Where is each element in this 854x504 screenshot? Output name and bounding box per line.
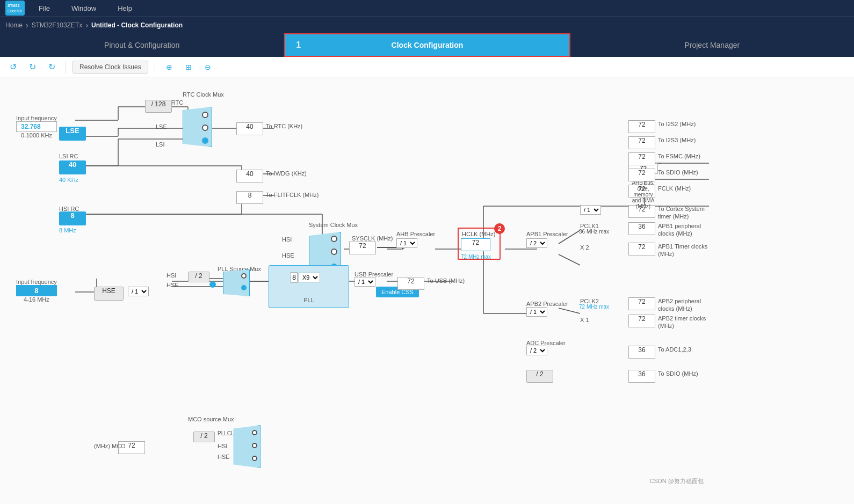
toolbar-separator2 bbox=[155, 61, 155, 74]
to-flitfclk-label: To FLITFCLK (MHz) bbox=[266, 191, 319, 199]
hsi-pll-label: HSI bbox=[167, 272, 176, 279]
to-fsmc-label: To FSMC (MHz) bbox=[658, 152, 700, 160]
hse-block[interactable]: HSE bbox=[94, 287, 124, 301]
tab-project[interactable]: Project Manager bbox=[570, 33, 854, 57]
ahb-prescaler-label: AHB Prescaler bbox=[396, 230, 435, 238]
refresh-button[interactable]: ↻ bbox=[44, 60, 59, 75]
apb2-peri-value: 72 bbox=[628, 297, 655, 310]
main-content: Input frequency 32.768 0-1000 KHz LSE HS… bbox=[0, 77, 854, 504]
breadcrumb-home[interactable]: Home bbox=[5, 21, 23, 29]
to-i2s2-label: To I2S2 (MHz) bbox=[658, 120, 696, 128]
to-rtc-value[interactable]: 40 bbox=[236, 122, 263, 135]
to-i2s2-value: 72 bbox=[628, 120, 655, 133]
sysclk-label: SYSCLK (MHz) bbox=[352, 235, 393, 242]
hse-freq-block[interactable]: 8 bbox=[16, 285, 57, 296]
lse-freq-value[interactable]: 32.768 bbox=[16, 121, 57, 132]
hse-mux-label: HSE bbox=[282, 252, 294, 259]
sysclk-value[interactable]: 72 bbox=[349, 242, 376, 254]
hse-prediv-select[interactable]: / 1 bbox=[128, 287, 149, 296]
watermark: CSDN @努力稳面包 bbox=[650, 477, 704, 485]
hse-pll-selected-dot bbox=[209, 281, 216, 288]
apb1-peri-value: 36 bbox=[628, 222, 655, 235]
to-iwdg-label: To IWDG (KHz) bbox=[266, 170, 307, 177]
resolve-clock-button[interactable]: Resolve Clock Issues bbox=[73, 61, 148, 74]
apb2-timer-value: 72 bbox=[628, 315, 655, 327]
hse-div128: / 128 bbox=[145, 100, 172, 113]
lse-block[interactable]: LSE bbox=[59, 127, 86, 141]
to-rtc-label: To RTC (KHz) bbox=[266, 122, 302, 130]
to-fsmc-value: 72 bbox=[628, 152, 655, 165]
sdio-bottom-label: To SDIO (MHz) bbox=[658, 370, 698, 377]
top-bar: STM32 CubeMX File Window Help bbox=[0, 0, 854, 16]
lsi-block[interactable]: 40 bbox=[59, 160, 86, 174]
apb1-peri-label: APB1 peripheral clocks (MHz) bbox=[658, 222, 709, 237]
mco-source-mux-label: MCO source Mux bbox=[188, 415, 234, 423]
mco-label: (MHz) MCO bbox=[94, 442, 126, 450]
hsi-block[interactable]: 8 bbox=[59, 211, 86, 225]
adc-div-select[interactable]: / 2 bbox=[526, 346, 547, 355]
sys-mux-label: System Clock Mux bbox=[309, 221, 358, 229]
svg-text:CubeMX: CubeMX bbox=[8, 9, 23, 13]
pclk2-max-label: 72 MHz max bbox=[579, 303, 609, 310]
zoom-out-button[interactable]: ⊖ bbox=[200, 60, 215, 75]
apb2-prescaler-label: APB2 Prescaler bbox=[526, 300, 568, 308]
rtc-mux-label: RTC Clock Mux bbox=[183, 91, 224, 98]
logo: STM32 CubeMX bbox=[5, 1, 28, 16]
sdio-bottom-value: 36 bbox=[628, 370, 655, 383]
hsi-mux-label: HSI bbox=[282, 236, 292, 243]
apb1-div-select[interactable]: / 2 bbox=[526, 238, 547, 248]
sdio-div: / 2 bbox=[526, 370, 553, 383]
apb1-timer-label: APB1 Timer clocks (MHz) bbox=[658, 243, 709, 258]
lse-mux-label: LSE bbox=[156, 123, 167, 130]
tab-clock-number: 1 bbox=[296, 40, 301, 50]
to-flitfclk-value: 8 bbox=[236, 191, 263, 204]
diagram-area[interactable]: Input frequency 32.768 0-1000 KHz LSE HS… bbox=[0, 77, 854, 504]
to-iwdg-value: 40 bbox=[236, 170, 263, 182]
hclk-max-label: 72 MHz max bbox=[461, 253, 491, 260]
svg-line-32 bbox=[559, 254, 580, 265]
toolbar: ↺ ↻ ↻ Resolve Clock Issues ⊕ ⊞ ⊖ bbox=[0, 57, 854, 77]
adc-label: To ADC1,2,3 bbox=[658, 346, 691, 353]
hclk-value[interactable]: 72 bbox=[461, 238, 490, 251]
cortex-label: To Cortex System timer (MHz) bbox=[658, 205, 709, 220]
lsi-rc-label: LSI RC bbox=[59, 152, 78, 160]
x1-label: X 1 bbox=[580, 316, 589, 324]
hsi-div2: / 2 bbox=[188, 272, 209, 282]
main-tabs: Pinout & Configuration 1 Clock Configura… bbox=[0, 33, 854, 57]
svg-rect-0 bbox=[5, 1, 25, 16]
mco-pll-div: / 2 bbox=[193, 432, 215, 442]
pll-source-mux bbox=[223, 269, 250, 296]
usb-div-select[interactable]: / 1 bbox=[354, 277, 375, 287]
apb2-peri-label: APB2 peripheral clocks (MHz) bbox=[658, 297, 709, 312]
mco-mux bbox=[234, 425, 260, 468]
menu-bar: File Window Help bbox=[39, 4, 132, 12]
fit-button[interactable]: ⊞ bbox=[181, 60, 196, 75]
lsi-khz-label: 40 KHz bbox=[59, 176, 78, 184]
pll-box: 8 X9 PLL bbox=[269, 265, 349, 308]
undo-button[interactable]: ↺ bbox=[5, 60, 20, 75]
apb2-div-select[interactable]: / 1 bbox=[526, 307, 547, 317]
hclk-section: HCLK (MHz) bbox=[462, 230, 495, 238]
svg-line-49 bbox=[559, 308, 580, 313]
menu-help[interactable]: Help bbox=[118, 4, 132, 12]
apb2-timer-label: APB2 timer clocks (MHz) bbox=[658, 315, 709, 330]
redo-button[interactable]: ↻ bbox=[25, 60, 40, 75]
tab-pinout[interactable]: Pinout & Configuration bbox=[0, 33, 284, 57]
rtc-mux bbox=[183, 107, 212, 147]
tab-project-label: Project Manager bbox=[684, 41, 740, 49]
menu-file[interactable]: File bbox=[39, 4, 50, 12]
apb1-prescaler-label: APB1 Prescaler bbox=[526, 230, 568, 238]
breadcrumb-current[interactable]: Untitled - Clock Configuration bbox=[91, 21, 183, 29]
tab-clock[interactable]: 1 Clock Configuration bbox=[284, 33, 570, 57]
breadcrumb-device[interactable]: STM32F103ZETx bbox=[32, 21, 83, 29]
tab-pinout-label: Pinout & Configuration bbox=[104, 41, 179, 49]
ahb-div-select[interactable]: / 1 bbox=[396, 238, 417, 248]
usb-value: 72 bbox=[397, 277, 424, 290]
svg-text:STM32: STM32 bbox=[8, 4, 20, 8]
adc-value: 36 bbox=[628, 346, 655, 359]
x2-label: X 2 bbox=[580, 244, 589, 251]
usb-label: To USB (MHz) bbox=[427, 277, 465, 284]
menu-window[interactable]: Window bbox=[71, 4, 96, 12]
to-i2s3-label: To I2S3 (MHz) bbox=[658, 136, 696, 144]
zoom-in-button[interactable]: ⊕ bbox=[162, 60, 177, 75]
